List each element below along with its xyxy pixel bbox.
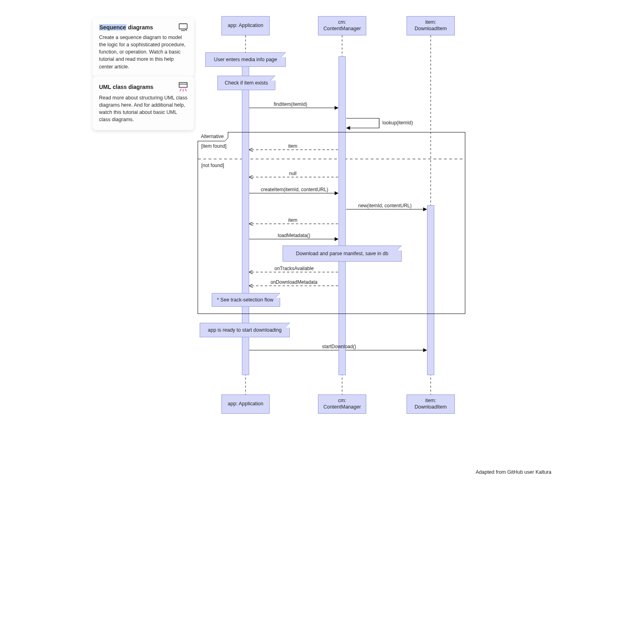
msg-item2: item [288,217,297,223]
msg-startDownload: startDownload() [322,344,356,349]
svg-rect-0 [179,24,187,29]
msg-createItem: createItem(itemId, contentURL) [261,187,328,192]
note-enter: User enters media info page [205,52,286,67]
card-sequence[interactable]: Sequence diagrams Create a sequence diag… [93,18,194,77]
msg-item1: item [288,143,297,149]
note-check: Check if item exists [217,76,275,90]
msg-lookup: lookup(itemId) [382,120,413,126]
card-uml-title: UML class diagrams [99,82,188,92]
msg-null: null [289,171,297,176]
msg-loadMetadata: loadMetadata() [278,233,310,238]
attribution: Adapted from GitHub user Kaltura [476,469,551,475]
svg-rect-1 [179,83,187,87]
note-ready: app is ready to start downloading [200,323,290,337]
monitor-icon [179,23,188,31]
card-uml[interactable]: UML class diagrams Read more about struc… [93,76,194,130]
msg-findItem: findItem(itemId) [274,101,307,107]
alt-guard-found: [item found] [201,143,227,149]
svg-line-3 [180,89,181,91]
alt-label: Alternative [198,132,228,141]
class-diagram-icon [179,82,188,92]
participant-item-top: item: DownloadItem [407,16,455,35]
msg-onDlMeta: onDownloadMetadata [270,279,318,285]
card-uml-body: Read more about structuring UML class di… [99,94,188,124]
participant-app-top: app: Application [221,16,270,35]
participant-cm-top: cm: ContentManager [318,16,366,35]
sequence-diagram: app: Application cm: ContentManager item… [197,16,551,431]
participant-item-bottom: item: DownloadItem [407,394,455,414]
alt-guard-notfound: [not found] [201,163,224,168]
alt-fragment [198,132,465,314]
svg-line-5 [185,89,186,91]
card-sequence-body: Create a sequence diagram to model the l… [99,34,188,70]
participant-app-bottom: app: Application [221,394,270,414]
msg-onTracks: onTracksAvailable [275,266,314,271]
msg-new: new(itemId, contentURL) [358,203,412,208]
participant-cm-bottom: cm: ContentManager [318,394,366,414]
card-sequence-title: Sequence diagrams [99,23,188,31]
